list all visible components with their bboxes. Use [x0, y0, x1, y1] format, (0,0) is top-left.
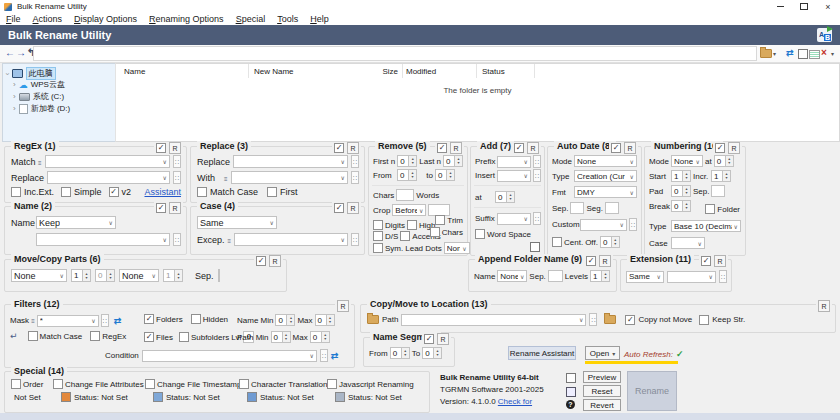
forward-icon[interactable]: → [16, 48, 26, 58]
condition-combo[interactable] [142, 350, 317, 362]
regex-replace-combo[interactable] [47, 171, 170, 184]
expand-closed-icon[interactable]: › [13, 81, 16, 89]
from-spinner[interactable]: 0 [397, 169, 417, 181]
sym-checkbox[interactable] [373, 243, 383, 253]
apply-mask-icon[interactable]: ⇄ [114, 316, 122, 326]
special-chars-button[interactable] [173, 171, 181, 184]
tags-icon[interactable] [224, 173, 228, 183]
close-button[interactable]: × [816, 0, 840, 13]
character-translations-checkbox[interactable] [239, 379, 249, 389]
translations-icon[interactable] [247, 392, 257, 402]
extension-value-combo[interactable] [667, 271, 716, 283]
help-icon[interactable]: ? [566, 400, 575, 409]
break-spinner[interactable]: 0 [671, 200, 691, 212]
last-n-spinner[interactable]: 0 [443, 155, 463, 167]
spinner-arrows-icon[interactable] [408, 169, 417, 181]
replace-enable-checkbox[interactable] [334, 143, 344, 153]
folders-checkbox[interactable] [144, 314, 154, 324]
move-n2-spinner[interactable]: 0 [95, 269, 115, 282]
tree-item-label[interactable]: WPS云盘 [31, 79, 65, 90]
check-updates-link[interactable]: Check for [498, 397, 532, 406]
special-chars-button[interactable] [589, 313, 597, 326]
change-attributes-checkbox[interactable] [53, 379, 63, 389]
spinner-arrows-icon[interactable] [611, 236, 620, 248]
special-chars-button[interactable] [351, 171, 359, 184]
accents-checkbox[interactable] [400, 231, 410, 241]
move-n3-spinner[interactable]: 1 [163, 269, 183, 282]
ds-checkbox[interactable] [373, 231, 383, 241]
auto-refresh-check-icon[interactable]: ✓ [676, 349, 684, 359]
append-enable-checkbox[interactable] [586, 256, 596, 266]
spinner-arrows-icon[interactable] [82, 269, 91, 282]
browse-folder-icon[interactable] [604, 315, 616, 324]
digits-checkbox[interactable] [373, 220, 383, 230]
special-chars-button[interactable] [533, 212, 541, 225]
spinner-arrows-icon[interactable] [282, 331, 291, 343]
start-spinner[interactable]: 1 [671, 170, 691, 182]
auto-date-reset-button[interactable]: R [624, 142, 636, 154]
favorites-folder-icon[interactable] [760, 49, 772, 58]
special-chars-button[interactable] [533, 155, 541, 168]
files-checkbox[interactable] [144, 332, 154, 342]
name-reset-button[interactable]: R [169, 202, 181, 214]
regex-enable-checkbox[interactable] [156, 143, 166, 153]
path-input[interactable] [33, 46, 757, 61]
spinner-arrows-icon[interactable] [433, 347, 442, 359]
extension-enable-checkbox[interactable] [701, 256, 711, 266]
expand-closed-icon[interactable]: › [13, 105, 16, 113]
menu-renaming-options[interactable]: Renaming Options [143, 14, 230, 24]
resize-icon[interactable] [566, 373, 576, 383]
suffix-combo[interactable] [497, 213, 531, 225]
name-max-spinner[interactable]: 0 [315, 314, 335, 326]
reset-button[interactable]: Reset [583, 385, 621, 397]
auto-date-enable-checkbox[interactable] [611, 143, 621, 153]
trim-checkbox[interactable] [435, 215, 445, 225]
path-max-spinner[interactable]: 0 [310, 331, 330, 343]
segment-from-spinner[interactable]: 0 [390, 347, 410, 359]
special-chars-button[interactable] [533, 169, 541, 182]
preview-button[interactable]: Preview [583, 371, 621, 383]
filter-return-icon[interactable]: ↵ [10, 331, 18, 341]
list-view-icon[interactable] [809, 50, 820, 59]
name-enable-checkbox[interactable] [156, 203, 166, 213]
move-mode2-combo[interactable]: None [119, 269, 159, 282]
remove-chars-checkbox[interactable] [430, 227, 440, 237]
spinner-arrows-icon[interactable] [506, 191, 515, 203]
add-enable-checkbox[interactable] [514, 143, 524, 153]
expand-open-icon[interactable]: › [3, 72, 11, 75]
select-icon[interactable] [798, 49, 808, 59]
date-mode-combo[interactable]: None [574, 155, 637, 167]
add-reset-button[interactable]: R [527, 142, 539, 154]
tree-item-wps-cloud[interactable]: › ☁ WPS云盘 [13, 79, 65, 90]
tags-icon[interactable] [38, 157, 42, 167]
append-sep-input[interactable] [548, 270, 563, 282]
menu-help[interactable]: Help [304, 14, 335, 24]
spinner-arrows-icon[interactable] [682, 170, 691, 182]
new-folder-icon[interactable] [367, 315, 379, 324]
location-path-combo[interactable] [401, 314, 586, 326]
move-sep-input[interactable] [218, 269, 220, 282]
filters-reset-button[interactable]: R [337, 300, 349, 312]
menu-file[interactable]: File [0, 14, 27, 24]
special-chars-button[interactable] [173, 155, 181, 168]
name-mode-combo[interactable]: Keep [36, 216, 116, 229]
attributes-icon[interactable] [61, 392, 71, 402]
append-name-combo[interactable]: None [497, 270, 527, 282]
assistant-link[interactable]: Assistant [144, 187, 181, 197]
clear-list-icon[interactable]: × [821, 47, 827, 58]
spinner-arrows-icon[interactable] [682, 185, 691, 197]
case-mode-combo[interactable]: Same [197, 216, 277, 229]
tree-item-label[interactable]: 系统 (C:) [33, 91, 65, 102]
javascript-renaming-checkbox[interactable] [327, 379, 337, 389]
regex-reset-button[interactable]: R [169, 142, 181, 154]
copy-move-reset-button[interactable]: R [818, 300, 830, 312]
with-combo[interactable] [231, 171, 348, 184]
special-chars-button[interactable] [173, 233, 181, 246]
word-space-checkbox[interactable] [475, 229, 485, 239]
date-sep-input[interactable] [570, 202, 584, 214]
off-spinner[interactable]: 0 [600, 236, 620, 248]
spinner-arrows-icon[interactable] [725, 155, 734, 167]
refresh-icon[interactable]: ⇄ [786, 48, 794, 58]
extension-mode-combo[interactable]: Same [626, 271, 664, 283]
path-min-spinner[interactable]: 0 [271, 331, 291, 343]
